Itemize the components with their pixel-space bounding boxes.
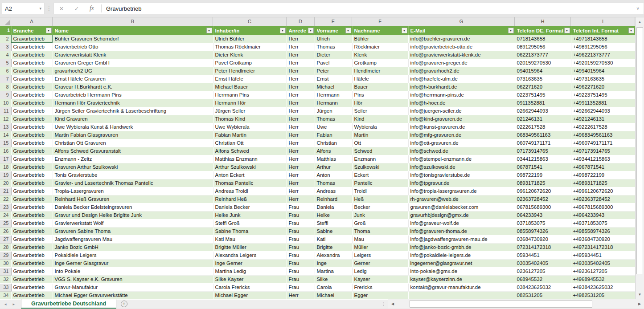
formula-bar-expand-icon[interactable]: ˅ xyxy=(632,6,644,11)
cell-anrede[interactable]: Herr xyxy=(287,195,315,203)
header-vorname[interactable]: Vorname▼ xyxy=(315,26,352,35)
cell-anrede[interactable]: Herr xyxy=(287,291,315,299)
name-box-dropdown-icon[interactable]: ▾ xyxy=(39,6,41,11)
cell-name[interactable]: Uwe Wybierala Kunst & Handwerk xyxy=(53,123,213,131)
cell-anrede[interactable]: Herr xyxy=(287,51,315,59)
cell-tel-int[interactable]: +4921246131 xyxy=(571,115,635,123)
row-number[interactable]: 9 xyxy=(0,91,11,99)
header-nachname[interactable]: Nachname▼ xyxy=(352,26,408,35)
cancel-icon[interactable]: ✕ xyxy=(54,5,69,12)
row-number[interactable]: 18 xyxy=(0,163,11,171)
cell-anrede[interactable]: Frau xyxy=(287,211,315,219)
cell-tel-int[interactable]: +49222617528 xyxy=(571,123,635,131)
cell-inhaber[interactable]: Heike Junk xyxy=(213,211,287,219)
cell-tel-de[interactable]: 0371853075 xyxy=(515,219,571,227)
row-number[interactable]: 25 xyxy=(0,219,11,227)
cell-email[interactable]: info@haefele-ulm.de xyxy=(408,75,515,83)
cell-vorname[interactable]: Alexandra xyxy=(315,251,352,259)
cell-name[interactable]: Gravuren Sabine Thoma xyxy=(53,227,213,235)
cell-nachname[interactable]: Ledig xyxy=(352,267,408,275)
cell-name[interactable]: Inge Gerner Glasgravur xyxy=(53,259,213,267)
cell-vorname[interactable]: Anton xyxy=(315,171,352,179)
cell-name[interactable]: Christian Ott Gravuren xyxy=(53,139,213,147)
cell-tel-de[interactable]: 0891295056 xyxy=(515,43,571,51)
cell-nachname[interactable]: Troidl xyxy=(352,187,408,195)
cell-nachname[interactable]: Bauer xyxy=(352,83,408,91)
row-number[interactable]: 8 xyxy=(0,83,11,91)
cell-nachname[interactable]: Seiler xyxy=(352,107,408,115)
cell-tel-int[interactable]: +498558974326 xyxy=(571,227,635,235)
cell-vorname[interactable]: Uwe xyxy=(315,123,352,131)
cell-name[interactable]: Pokaldiele Leigers xyxy=(53,251,213,259)
cell-nachname[interactable]: Ott xyxy=(352,139,408,147)
cell-email[interactable]: gravurhbjdesign@gmx.de xyxy=(408,211,515,219)
name-box[interactable]: A2 ▾ xyxy=(2,3,45,14)
cell-vorname[interactable]: Kati xyxy=(315,235,352,243)
cell-anrede[interactable]: Herr xyxy=(287,139,315,147)
cell-tel-de[interactable]: 068945532 xyxy=(515,275,571,283)
header-inhaber[interactable]: Inhaber/in▼ xyxy=(213,26,287,35)
cell-vorname[interactable]: Pavel xyxy=(315,59,352,67)
cell-vorname[interactable]: Peter xyxy=(315,67,352,75)
row-number[interactable]: 32 xyxy=(0,275,11,283)
cell-name[interactable]: Bühler Gravuren Schorndorf xyxy=(53,35,213,43)
cell-name[interactable]: VGS S. Kayser e.K. Gravuren xyxy=(53,275,213,283)
row-number[interactable]: 15 xyxy=(0,139,11,147)
cell-tel-int[interactable]: +4972314172318 xyxy=(571,243,635,251)
cell-tel-de[interactable]: 05934451 xyxy=(515,251,571,259)
cell-tel-int[interactable]: +492363728452 xyxy=(571,195,635,203)
cell-email[interactable]: info@janko-bozic-gmbh.de xyxy=(408,243,515,251)
cell-branche[interactable]: Gravurbetrieb xyxy=(11,59,53,67)
cell-nachname[interactable]: Becker xyxy=(352,203,408,211)
cell-vorname[interactable]: Matthias xyxy=(315,155,352,163)
cell-inhaber[interactable]: Carola Frericks xyxy=(213,283,287,291)
cell-nachname[interactable]: Gerner xyxy=(352,259,408,267)
cell-name[interactable]: Ernst Häfele Gravuren xyxy=(53,75,213,83)
cell-name[interactable]: Jagdwaffengravuren Mau xyxy=(53,235,213,243)
cell-inhaber[interactable]: Dieter Klenk xyxy=(213,51,287,59)
cell-name[interactable]: Tropia-Lasergravuren xyxy=(53,187,213,195)
cell-anrede[interactable]: Frau xyxy=(287,235,315,243)
cell-tel-int[interactable]: +495934451 xyxy=(571,251,635,259)
cell-tel-de[interactable]: 038423625032 xyxy=(515,283,571,291)
cell-inhaber[interactable]: Herrmann Pins xyxy=(213,91,287,99)
cell-tel-de[interactable]: 0893171825 xyxy=(515,179,571,187)
cell-vorname[interactable]: Thomas xyxy=(315,179,352,187)
cell-tel-de[interactable]: 03441215863 xyxy=(515,155,571,163)
row-number[interactable]: 28 xyxy=(0,243,11,251)
cell-email[interactable]: info@juergen-seiler.de xyxy=(408,107,515,115)
cell-vorname[interactable]: Reinhard xyxy=(315,195,352,203)
cell-name[interactable]: gravurhoch2 UG xyxy=(53,67,213,75)
cell-email[interactable]: info@ott-gravuren.de xyxy=(408,139,515,147)
cell-tel-int[interactable]: +4938423625032 xyxy=(571,283,635,291)
cell-name[interactable]: Daniela Becker Edelsteingravuren xyxy=(53,203,213,211)
cell-anrede[interactable]: Herr xyxy=(287,91,315,99)
cell-nachname[interactable]: Pantelic xyxy=(352,179,408,187)
cell-anrede[interactable]: Herr xyxy=(287,115,315,123)
row-number[interactable]: 20 xyxy=(0,179,11,187)
cell-tel-int[interactable]: +49371853075 xyxy=(571,219,635,227)
cell-branche[interactable]: Gravurbetrieb xyxy=(11,187,53,195)
cell-tel-de[interactable]: 096120672620 xyxy=(515,187,571,195)
cell-tel-int[interactable]: +493441215863 xyxy=(571,155,635,163)
cell-nachname[interactable]: Wybierala xyxy=(352,123,408,131)
cell-email[interactable]: info@tropia-lasergravuren.de xyxy=(408,187,515,195)
scroll-up-icon[interactable]: ▲ xyxy=(636,17,644,26)
cell-inhaber[interactable]: Hermann Hör xyxy=(213,99,287,107)
cell-vorname[interactable]: Thomas xyxy=(315,115,352,123)
cell-branche[interactable]: Gravurbetrieb xyxy=(11,35,53,43)
cell-tel-de[interactable]: 067815689300 xyxy=(515,203,571,211)
cell-anrede[interactable]: Frau xyxy=(287,259,315,267)
cell-branche[interactable]: Gravurbetrieb xyxy=(11,115,53,123)
cell-tel-int[interactable]: +492662944093 xyxy=(571,107,635,115)
cell-anrede[interactable]: Frau xyxy=(287,283,315,291)
cell-email[interactable]: info@schwed.de xyxy=(408,147,515,155)
cell-anrede[interactable]: Herr xyxy=(287,123,315,131)
cell-name[interactable]: Jürgen Seiler Graviertechnik & Laserbesc… xyxy=(53,107,213,115)
cell-nachname[interactable]: Frericks xyxy=(352,283,408,291)
row-number[interactable]: 4 xyxy=(0,51,11,59)
cell-nachname[interactable]: Pins xyxy=(352,91,408,99)
column-header-f[interactable]: F xyxy=(352,17,408,26)
header-name[interactable]: Name▼ xyxy=(53,26,213,35)
cell-tel-int[interactable]: +4964233943 xyxy=(571,211,635,219)
